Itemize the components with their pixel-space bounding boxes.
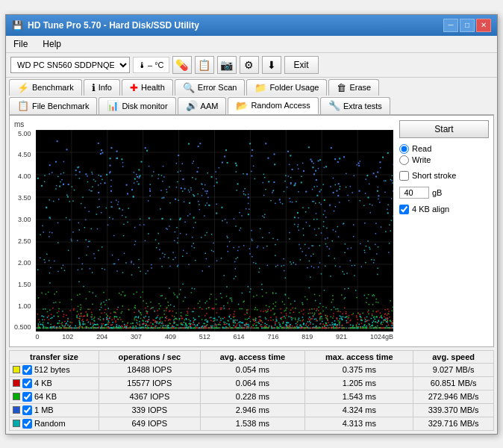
col-ops: operations / sec: [99, 350, 201, 363]
minimize-button[interactable]: ─: [443, 19, 458, 32]
color-swatch-2: [13, 393, 20, 400]
folder-icon: 📁: [254, 82, 266, 93]
file-benchmark-icon: 📋: [17, 100, 29, 111]
extra-tests-icon: 🔧: [328, 100, 340, 111]
tab-benchmark[interactable]: ⚡ Benchmark: [9, 79, 82, 96]
drive-select[interactable]: WD PC SN560 SDDPNQE-1T00-1102 (10 ▾: [10, 57, 130, 73]
menu-help[interactable]: Help: [38, 37, 66, 51]
menubar: File Help: [6, 36, 497, 53]
tab-health[interactable]: ✚ Health: [122, 79, 173, 96]
short-stroke-checkbox[interactable]: [399, 171, 409, 181]
cell-avg-speed-1: 60.851 MB/s: [413, 376, 494, 390]
cell-max-access-2: 1.543 ms: [305, 390, 413, 403]
tab-erase-label: Erase: [349, 83, 371, 92]
read-write-group: Read Write: [399, 144, 489, 165]
tab-extra-tests-label: Extra tests: [343, 102, 382, 111]
x-tick-9: 921: [336, 333, 347, 340]
tab-aam[interactable]: 🔊 AAM: [178, 97, 227, 114]
app-icon: 💾: [12, 20, 23, 31]
menu-file[interactable]: File: [9, 37, 32, 51]
table-row: Random 649 IOPS 1.538 ms 4.313 ms 329.71…: [10, 417, 494, 430]
tab-disk-monitor[interactable]: 📊 Disk monitor: [99, 97, 175, 114]
write-radio-label[interactable]: Write: [399, 155, 489, 165]
tab-info[interactable]: ℹ Info: [84, 79, 120, 96]
camera-icon-btn[interactable]: 📷: [217, 56, 237, 74]
row-label-4: Random: [34, 419, 66, 428]
table-row: 4 KB 15577 IOPS 0.064 ms 1.205 ms 60.851…: [10, 376, 494, 390]
col-avg-speed: avg. speed: [413, 350, 494, 363]
align-label[interactable]: 4 KB align: [399, 205, 489, 214]
window-title: HD Tune Pro 5.70 - Hard Disk/SSD Utility: [28, 20, 199, 31]
tab-erase[interactable]: 🗑 Erase: [328, 79, 379, 96]
unit-label: gB: [432, 188, 442, 197]
x-tick-7: 716: [267, 333, 278, 340]
row-checkbox-3[interactable]: [22, 405, 32, 415]
y-tick-3: 3.50: [14, 194, 31, 202]
x-axis: 0 102 204 307 409 512 614 716 819 921 10…: [36, 332, 393, 342]
tab-info-label: Info: [99, 83, 112, 92]
read-label: Read: [412, 144, 431, 153]
y-tick-1: 4.50: [14, 151, 31, 158]
chart-section: ms 5.00 4.50 4.00 3.50 3.00 2.50 2.00 1.…: [14, 120, 393, 342]
start-button[interactable]: Start: [399, 120, 489, 138]
benchmark-icon: ⚡: [17, 82, 29, 93]
cell-label-1: 4 KB: [10, 376, 99, 390]
row-label-3: 1 MB: [34, 405, 54, 414]
y-tick-6: 2.00: [14, 259, 31, 267]
tab-folder-usage[interactable]: 📁 Folder Usage: [246, 79, 327, 96]
read-radio-label[interactable]: Read: [399, 144, 489, 154]
cell-avg-access-1: 0.064 ms: [200, 376, 305, 390]
health-icon-btn[interactable]: 💊: [172, 56, 192, 74]
color-swatch-0: [13, 366, 20, 373]
table-row: 64 KB 4367 IOPS 0.228 ms 1.543 ms 272.94…: [10, 390, 494, 403]
y-tick-5: 2.50: [14, 237, 31, 245]
content-area: ms 5.00 4.50 4.00 3.50 3.00 2.50 2.00 1.…: [9, 115, 494, 347]
tab-folder-usage-label: Folder Usage: [269, 83, 319, 92]
col-avg-access: avg. access time: [200, 350, 305, 363]
download-icon-btn[interactable]: ⬇: [262, 56, 281, 74]
write-label: Write: [412, 155, 431, 164]
y-tick-2: 4.00: [14, 172, 31, 180]
tab-random-access-label: Random Access: [251, 101, 310, 110]
x-tick-1: 102: [62, 333, 73, 340]
tab-file-benchmark[interactable]: 📋 File Benchmark: [9, 97, 97, 114]
cell-ops-2: 4367 IOPS: [99, 390, 201, 403]
row-checkbox-0[interactable]: [22, 365, 32, 375]
maximize-button[interactable]: □: [460, 19, 475, 32]
row-checkbox-4[interactable]: [22, 419, 32, 429]
row-checkbox-2[interactable]: [22, 392, 32, 402]
x-tick-8: 819: [302, 333, 313, 340]
close-button[interactable]: ✕: [476, 19, 491, 32]
cell-label-4: Random: [10, 417, 99, 430]
tab-error-scan-label: Error Scan: [198, 83, 237, 92]
align-checkbox[interactable]: [399, 205, 409, 214]
tab-extra-tests[interactable]: 🔧 Extra tests: [320, 97, 390, 114]
cell-avg-speed-3: 339.370 MB/s: [413, 403, 494, 417]
short-stroke-text: Short stroke: [412, 171, 456, 180]
info-icon: ℹ: [92, 82, 96, 93]
tab-aam-label: AAM: [201, 102, 219, 111]
tab-benchmark-label: Benchmark: [32, 83, 74, 92]
tab-health-label: Health: [141, 83, 165, 92]
short-stroke-label[interactable]: Short stroke: [399, 171, 489, 181]
tab-random-access[interactable]: 📂 Random Access: [228, 97, 318, 114]
x-tick-3: 307: [131, 333, 142, 340]
short-stroke-input[interactable]: [399, 187, 429, 199]
aam-icon: 🔊: [186, 100, 198, 111]
write-radio[interactable]: [399, 155, 409, 165]
row-label-1: 4 KB: [34, 379, 52, 388]
titlebar: 💾 HD Tune Pro 5.70 - Hard Disk/SSD Utili…: [6, 15, 497, 36]
read-radio[interactable]: [399, 144, 409, 154]
cell-avg-speed-4: 329.716 MB/s: [413, 417, 494, 430]
main-window: 💾 HD Tune Pro 5.70 - Hard Disk/SSD Utili…: [5, 14, 498, 435]
x-tick-5: 512: [199, 333, 210, 340]
tab-error-scan[interactable]: 🔍 Error Scan: [175, 79, 246, 96]
error-scan-icon: 🔍: [183, 82, 195, 93]
row-checkbox-1[interactable]: [22, 379, 32, 388]
tab-file-benchmark-label: File Benchmark: [32, 102, 89, 111]
settings-icon-btn[interactable]: ⚙: [240, 56, 259, 74]
info-icon-btn[interactable]: 📋: [195, 56, 214, 74]
exit-button[interactable]: Exit: [284, 56, 319, 74]
chart-area: 0 102 204 307 409 512 614 716 819 921 10…: [36, 130, 393, 342]
tabs-row1: ⚡ Benchmark ℹ Info ✚ Health 🔍 Error Scan…: [6, 78, 497, 96]
